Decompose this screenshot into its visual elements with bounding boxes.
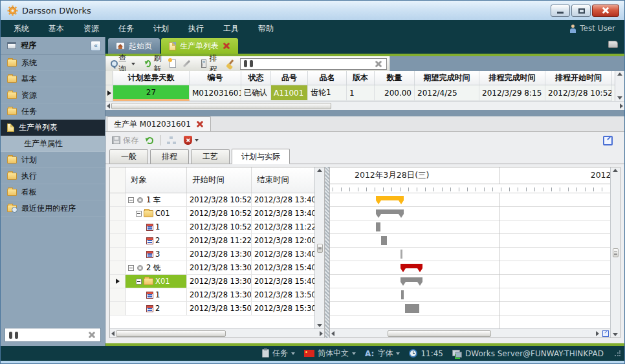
col-version[interactable]: 版本	[347, 71, 375, 85]
gantt-row[interactable]	[330, 207, 610, 220]
sidebar-item-basic[interactable]: 基本	[1, 71, 105, 87]
sidebar-item-recent-programs[interactable]: 最近使用的程序	[1, 200, 105, 217]
col-end-time[interactable]: 结束时间	[252, 167, 314, 193]
gantt-bar[interactable]	[400, 277, 422, 282]
col-item-name[interactable]: 品名	[308, 71, 347, 85]
col-item-no[interactable]: 品号	[271, 71, 308, 85]
tab-production-order-list[interactable]: 生产单列表	[161, 38, 238, 54]
col-expect-finish[interactable]: 期望完成时间	[415, 71, 479, 85]
scroll-right-icon[interactable]	[620, 103, 623, 109]
menu-plan[interactable]: 计划	[153, 23, 169, 34]
collapse-toggle-icon[interactable]	[128, 265, 134, 271]
gantt-row[interactable]	[330, 302, 610, 316]
scrollbar-thumb[interactable]	[116, 330, 226, 337]
tab-home[interactable]: 起始页	[108, 38, 160, 54]
tree-row-resource-x01-selected[interactable]: X01 2012/3/28 13:30 2012/3/28 15:40	[110, 275, 314, 288]
tree-row-op-2[interactable]: 2 2012/3/28 11:22 2012/3/28 12:00	[110, 234, 314, 248]
scroll-right-icon[interactable]	[320, 331, 323, 336]
clean-button[interactable]	[225, 59, 236, 69]
scroll-up-icon[interactable]	[613, 169, 618, 172]
col-code[interactable]: 编号	[190, 71, 241, 85]
window-list-icon[interactable]	[608, 41, 618, 48]
col-object[interactable]: 对象	[126, 167, 187, 193]
gantt-popout-button[interactable]	[600, 328, 610, 337]
collapse-toggle-icon[interactable]	[136, 211, 142, 217]
scroll-left-icon[interactable]	[111, 331, 115, 336]
gantt-row[interactable]	[330, 261, 610, 275]
scroll-left-icon[interactable]	[107, 103, 110, 109]
scrollbar-thumb[interactable]	[317, 244, 323, 253]
relation-button[interactable]	[166, 136, 177, 145]
scroll-left-icon[interactable]	[331, 331, 334, 336]
menu-task[interactable]: 任务	[118, 23, 134, 34]
menu-help[interactable]: 帮助	[258, 23, 274, 34]
collapse-toggle-icon[interactable]	[136, 279, 142, 284]
tree-row-workcenter-1[interactable]: 1 车 2012/3/28 10:52 2012/3/28 13:40	[110, 193, 314, 207]
save-button[interactable]: 保存	[111, 134, 140, 147]
scroll-down-icon[interactable]	[317, 324, 322, 327]
tab-close-icon[interactable]	[223, 43, 230, 50]
user-menu[interactable]: Test User	[569, 24, 615, 33]
close-button[interactable]	[592, 5, 619, 17]
gantt-bar[interactable]	[400, 264, 422, 268]
gantt-vertical-scrollbar[interactable]	[610, 167, 620, 337]
grid-vertical-scrollbar[interactable]	[615, 71, 624, 101]
gantt-bar[interactable]	[401, 290, 404, 299]
status-language-menu[interactable]: 简体中文	[304, 348, 356, 359]
status-font-menu[interactable]: A: 字体	[365, 348, 400, 359]
gantt-bar[interactable]	[381, 236, 387, 245]
clear-search-icon[interactable]	[87, 331, 96, 339]
sidebar-item-system[interactable]: 系统	[1, 55, 105, 71]
tree-vertical-scrollbar[interactable]	[314, 167, 324, 328]
col-start-time[interactable]: 开始时间	[187, 167, 252, 193]
detail-refresh-button[interactable]	[145, 136, 155, 145]
clear-search-icon[interactable]	[374, 60, 383, 68]
scroll-up-icon[interactable]	[317, 169, 322, 172]
tree-row-resource-c01[interactable]: C01 2012/3/28 10:52 2012/3/28 13:40	[110, 207, 314, 220]
popout-icon[interactable]	[603, 136, 613, 145]
gantt-bar[interactable]	[405, 304, 419, 313]
sidebar-item-task[interactable]: 任务	[1, 103, 105, 120]
tree-row-op-1[interactable]: 1 2012/3/28 10:52 2012/3/28 11:22	[110, 220, 314, 234]
scroll-up-icon[interactable]	[617, 72, 622, 76]
subtab-general[interactable]: 一般	[109, 149, 148, 164]
subtab-plan-vs-actual[interactable]: 计划与实际	[232, 149, 290, 164]
status-task-menu[interactable]: 任务	[262, 348, 295, 359]
gantt-row[interactable]	[330, 193, 610, 207]
tree-row-op-3[interactable]: 3 2012/3/28 13:30 2012/3/28 13:40	[110, 248, 314, 261]
col-sched-finish[interactable]: 排程完成时间	[479, 71, 545, 85]
gantt-horizontal-scrollbar[interactable]	[330, 328, 600, 337]
new-button[interactable]	[168, 59, 177, 69]
subtab-process[interactable]: 工艺	[191, 149, 230, 164]
menu-basic[interactable]: 基本	[49, 23, 64, 34]
edit-button[interactable]	[181, 62, 192, 65]
scrollbar-thumb[interactable]	[613, 248, 619, 257]
col-plan-diff-days[interactable]: 计划差异天数	[113, 71, 190, 85]
gantt-bar[interactable]	[376, 209, 404, 214]
scrollbar-thumb[interactable]	[111, 103, 331, 109]
gantt-row[interactable]	[330, 234, 610, 248]
col-sched-start[interactable]: 排程开始时间	[545, 71, 612, 85]
resize-grip[interactable]	[614, 350, 620, 357]
subtab-schedule[interactable]: 排程	[150, 149, 189, 164]
menu-tools[interactable]: 工具	[223, 23, 239, 34]
col-status[interactable]: 状态	[241, 71, 271, 85]
menu-system[interactable]: 系统	[14, 23, 29, 34]
tree-row-workcenter-2[interactable]: 2 铣 2012/3/28 13:30 2012/3/28 15:40	[110, 261, 314, 275]
gantt-row[interactable]	[330, 275, 610, 288]
table-row[interactable]: 27 M012031601 已确认 A11001 齿轮1 1 200.00 20…	[105, 85, 615, 101]
scroll-down-icon[interactable]	[613, 333, 618, 336]
gantt-bar[interactable]	[400, 250, 402, 259]
sidebar-search-input[interactable]	[22, 330, 83, 339]
tree-row-op-2b[interactable]: 2 2012/3/28 13:50 2012/3/28 15:30	[110, 302, 314, 316]
sidebar-item-production-order-props[interactable]: 生产单属性	[1, 136, 105, 152]
menu-execute[interactable]: 执行	[188, 23, 204, 34]
gantt-bar[interactable]	[376, 196, 404, 200]
grid-horizontal-scrollbar[interactable]	[105, 101, 624, 110]
sidebar-item-execute[interactable]: 执行	[1, 168, 105, 184]
sidebar-item-board[interactable]: 看板	[1, 184, 105, 200]
gantt-row[interactable]	[330, 288, 610, 302]
gantt-row[interactable]	[330, 248, 610, 261]
tree-row-op-1b[interactable]: 1 2012/3/28 13:30 2012/3/28 13:50	[110, 288, 314, 302]
col-qty[interactable]: 数量	[375, 71, 415, 85]
